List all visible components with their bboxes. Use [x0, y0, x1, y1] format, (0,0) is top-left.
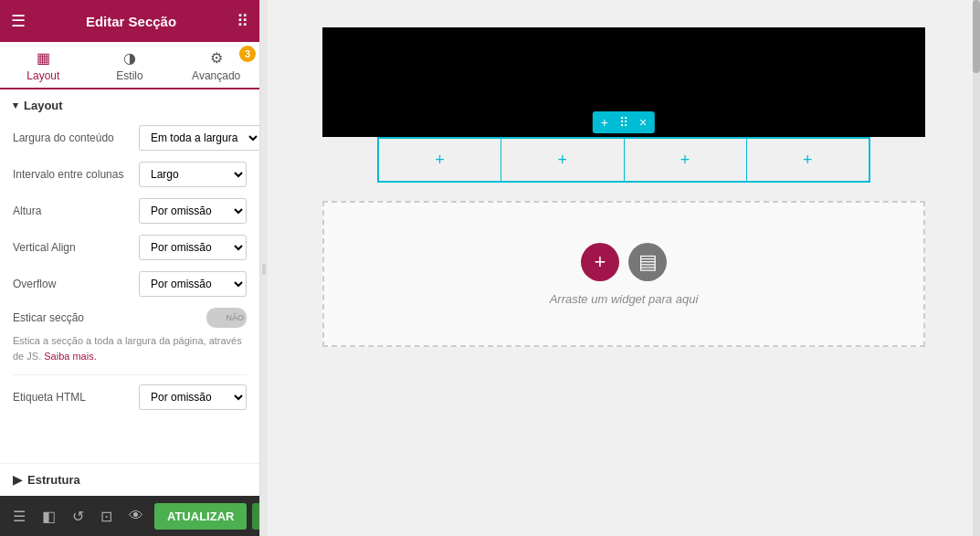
field-altura-row: Altura Por omissão [13, 198, 247, 224]
tab-estilo[interactable]: ◑ Estilo [87, 42, 174, 89]
estilo-tab-icon: ◑ [123, 49, 136, 67]
tab-layout[interactable]: ▦ Layout [0, 42, 87, 89]
field-overflow-row: Overflow Por omissão [13, 271, 247, 297]
esticar-hint: Estica a secção a toda a largura da pági… [13, 333, 247, 363]
tab-estilo-label: Estilo [116, 69, 142, 82]
field-etiqueta-label: Etiqueta HTML [13, 391, 132, 404]
widget-drop-text: Arraste um widget para aqui [550, 292, 699, 306]
canvas-area: + ⠿ × + + + + + ▤ Arraste um widget para… [268, 0, 980, 536]
scrollbar-thumb [973, 0, 980, 73]
tab-avancado-label: Avançado [192, 69, 240, 82]
col-add-4[interactable]: + [747, 139, 869, 181]
field-altura-label: Altura [13, 205, 132, 217]
left-panel: ☰ Editar Secção ⠿ ▦ Layout ◑ Estilo ⚙ Av… [0, 0, 260, 536]
toggle-text: NÃO [226, 313, 244, 322]
tabs-bar: ▦ Layout ◑ Estilo ⚙ Avançado 3 [0, 42, 259, 89]
divider [13, 374, 247, 375]
columns-section: + ⠿ × + + + + [322, 137, 925, 183]
esticar-label: Esticar secção [13, 311, 206, 324]
widget-buttons: + ▤ [581, 243, 667, 281]
panel-content: ▾ Layout Largura do conteúdo Em toda a l… [0, 89, 259, 463]
structure-section-header[interactable]: ▶ Estrutura [0, 463, 259, 496]
field-intervalo-select[interactable]: Largo [139, 162, 247, 187]
layout-tab-icon: ▦ [37, 49, 50, 67]
field-largura-row: Largura do conteúdo Em toda a largura [13, 125, 247, 151]
esticar-toggle[interactable]: NÃO [206, 308, 247, 328]
layout-section-header[interactable]: ▾ Layout [13, 99, 247, 112]
layers-icon[interactable]: ◧ [37, 504, 61, 529]
saiba-mais-link[interactable]: Saiba mais. [44, 351, 96, 362]
widget-add-gray-button[interactable]: ▤ [628, 243, 667, 281]
history-icon[interactable]: ⊡ [95, 504, 118, 529]
avancado-tab-icon: ⚙ [210, 49, 223, 67]
resize-handle[interactable]: ‖ [260, 0, 268, 536]
grid-icon[interactable]: ⠿ [237, 11, 248, 31]
widget-drop-zone: + ▤ Arraste um widget para aqui [322, 201, 925, 347]
field-largura-label: Largura do conteúdo [13, 131, 132, 144]
esticar-row: Esticar secção NÃO [13, 308, 247, 328]
panel-title: Editar Secção [86, 14, 176, 29]
field-vertical-align-select[interactable]: Por omissão [139, 235, 247, 260]
columns-add-button[interactable]: + [596, 113, 613, 131]
update-arrow-button[interactable]: ▲ [252, 503, 260, 530]
field-etiqueta-select[interactable]: Por omissão [139, 384, 247, 410]
structure-label: Estrutura [27, 473, 80, 487]
field-overflow-select[interactable]: Por omissão [139, 271, 247, 297]
field-vertical-align-row: Vertical Align Por omissão [13, 235, 247, 260]
panel-header: ☰ Editar Secção ⠿ [0, 0, 259, 42]
field-intervalo-row: Intervalo entre colunas Largo [13, 162, 247, 187]
tab-badge: 3 [239, 46, 256, 62]
widget-add-red-button[interactable]: + [581, 243, 619, 281]
field-vertical-align-label: Vertical Align [13, 241, 132, 254]
hamburger-icon[interactable]: ☰ [11, 11, 26, 31]
col-add-2[interactable]: + [501, 139, 624, 181]
columns-move-button[interactable]: ⠿ [615, 113, 633, 131]
field-etiqueta-row: Etiqueta HTML Por omissão [13, 384, 247, 410]
columns-toolbar: + ⠿ × [593, 111, 655, 133]
col-add-3[interactable]: + [625, 139, 747, 181]
menu-bottom-icon[interactable]: ☰ [7, 504, 31, 529]
field-overflow-label: Overflow [13, 278, 132, 290]
col-add-1[interactable]: + [379, 139, 501, 181]
update-button[interactable]: ATUALIZAR [154, 503, 247, 530]
bottom-bar: ☰ ◧ ↺ ⊡ 👁 ATUALIZAR ▲ [0, 496, 259, 536]
tab-layout-label: Layout [26, 69, 59, 82]
layout-arrow-icon: ▾ [13, 100, 18, 111]
eye-icon[interactable]: 👁 [123, 504, 149, 528]
columns-row: + + + + [377, 137, 870, 183]
field-altura-select[interactable]: Por omissão [139, 198, 247, 224]
columns-close-button[interactable]: × [635, 113, 651, 131]
layout-section-label: Layout [24, 99, 63, 112]
field-intervalo-label: Intervalo entre colunas [13, 168, 132, 181]
undo-icon[interactable]: ↺ [67, 504, 90, 529]
scrollbar-right[interactable] [973, 0, 980, 536]
field-largura-select[interactable]: Em toda a largura [139, 125, 259, 151]
structure-arrow-icon: ▶ [13, 473, 22, 487]
